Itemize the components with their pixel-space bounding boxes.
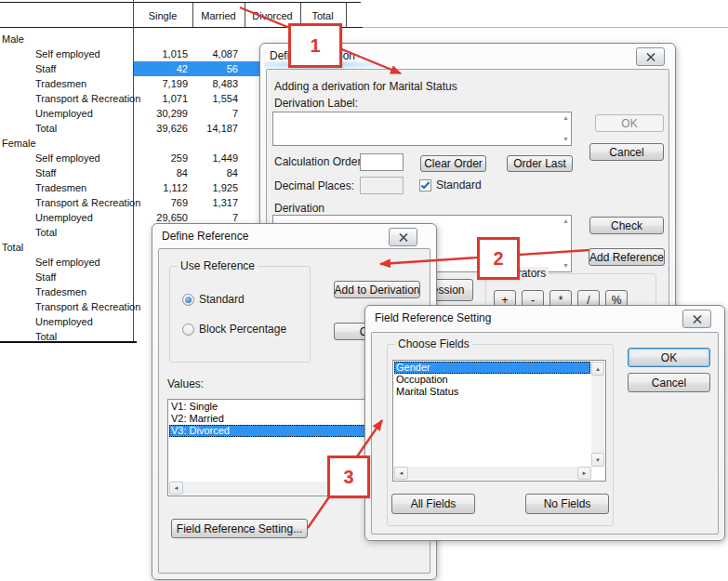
row-label[interactable]: Transport & Recreation — [35, 91, 140, 106]
cell-value[interactable]: 56 — [191, 61, 238, 76]
row-label[interactable]: Male — [2, 32, 24, 46]
row-label[interactable]: Female — [2, 136, 36, 151]
row-label[interactable]: Transport & Recreation — [35, 195, 140, 210]
derivation-label-input[interactable]: ▲ ▼ — [272, 112, 572, 146]
scroll-down-icon[interactable]: ▼ — [563, 262, 569, 270]
use-reference-group-label: Use Reference — [178, 259, 258, 272]
define-reference-titlebar[interactable]: Define Reference — [152, 224, 436, 249]
vertical-scrollbar[interactable]: ▲ ▼ — [591, 362, 604, 467]
cell-value[interactable]: 1,015 — [131, 46, 188, 61]
cell-value[interactable]: 30,299 — [131, 106, 188, 121]
header-column-divider — [192, 3, 193, 27]
cell-value[interactable]: 1,449 — [191, 151, 238, 165]
row-label[interactable]: Self employed — [35, 46, 100, 61]
cell-value[interactable]: 769 — [131, 195, 188, 210]
cell-value[interactable]: 259 — [131, 151, 188, 165]
cell-value[interactable]: 7 — [191, 106, 238, 121]
fields-list-item[interactable]: Marital Status — [394, 386, 590, 398]
row-label[interactable]: Total — [35, 121, 57, 136]
fields-list-item[interactable]: Gender — [394, 362, 590, 374]
cell-value[interactable]: 8,483 — [191, 76, 238, 91]
column-header-married[interactable]: Married — [189, 7, 248, 25]
cancel-button[interactable]: Cancel — [628, 373, 710, 392]
choose-fields-group-label: Choose Fields — [395, 337, 472, 350]
row-label[interactable]: Transport & Recreation — [35, 299, 140, 314]
choose-fields-group: Choose Fields ▲ ▼ ◄ ► GenderOccupationMa… — [387, 344, 614, 526]
calculation-order-input[interactable] — [360, 153, 404, 171]
callout-1: 1 — [288, 23, 342, 68]
standard-checkbox-label[interactable]: Standard — [436, 178, 482, 191]
row-label[interactable]: Tradesmen — [35, 76, 86, 91]
row-label[interactable]: Tradesmen — [35, 180, 86, 195]
ok-button[interactable]: OK — [595, 114, 664, 132]
fields-list[interactable]: ▲ ▼ ◄ ► GenderOccupationMarital Status — [392, 360, 606, 482]
row-label[interactable]: Total — [35, 225, 57, 240]
scroll-left-icon[interactable]: ◄ — [394, 467, 408, 480]
cancel-button[interactable]: Cancel — [589, 143, 664, 161]
order-last-button[interactable]: Order Last — [507, 155, 573, 172]
column-header-single[interactable]: Single — [133, 7, 192, 25]
decimal-places-input[interactable] — [360, 177, 404, 194]
row-label[interactable]: Unemployed — [35, 210, 93, 225]
all-fields-button[interactable]: All Fields — [391, 494, 475, 514]
table-top-border — [0, 2, 361, 3]
header-column-divider — [245, 3, 245, 27]
cell-value[interactable]: 42 — [131, 61, 188, 76]
scroll-up-icon[interactable]: ▲ — [591, 362, 604, 376]
row-label[interactable]: Unemployed — [35, 106, 93, 121]
close-button[interactable] — [389, 228, 417, 246]
scroll-right-icon[interactable]: ► — [577, 467, 591, 480]
cell-value[interactable]: 7,199 — [131, 76, 188, 91]
add-reference-button[interactable]: Add Reference — [589, 248, 665, 266]
dialog-title: Field Reference Setting — [375, 311, 491, 324]
header-column-divider — [346, 3, 347, 27]
scroll-down-icon[interactable]: ▼ — [563, 136, 569, 143]
close-icon — [646, 53, 655, 61]
scroll-up-icon[interactable]: ▲ — [563, 218, 569, 225]
standard-radio-label[interactable]: Standard — [199, 293, 245, 306]
row-label[interactable]: Self employed — [35, 151, 100, 165]
row-label[interactable]: Self employed — [35, 255, 100, 270]
block-percentage-radio[interactable] — [182, 324, 194, 336]
row-label[interactable]: Total — [2, 240, 23, 255]
cell-value[interactable]: 39,626 — [131, 121, 188, 136]
no-fields-button[interactable]: No Fields — [525, 494, 609, 514]
field-reference-setting-titlebar[interactable]: Field Reference Setting — [365, 306, 724, 331]
close-button[interactable] — [636, 47, 665, 66]
standard-radio[interactable] — [182, 294, 194, 306]
cell-value[interactable]: 1,317 — [191, 195, 238, 210]
cell-value[interactable]: 4,087 — [191, 46, 238, 61]
ok-button[interactable]: OK — [628, 348, 710, 367]
row-label[interactable]: Staff — [35, 61, 56, 76]
row-label[interactable]: Staff — [35, 165, 56, 180]
fields-list-item[interactable]: Occupation — [394, 374, 590, 386]
cell-value[interactable]: 1,071 — [131, 91, 188, 106]
scroll-down-icon[interactable]: ▼ — [591, 453, 604, 467]
close-button[interactable] — [682, 310, 711, 328]
cell-value[interactable]: 1,925 — [191, 180, 238, 195]
use-reference-group: Use Reference Standard Block Percentage — [169, 266, 311, 363]
row-label[interactable]: Total — [35, 329, 57, 344]
clear-order-button[interactable]: Clear Order — [420, 155, 486, 172]
calculation-order-label: Calculation Order: — [274, 155, 364, 168]
field-reference-setting-button[interactable]: Field Reference Setting... — [171, 519, 308, 538]
standard-checkbox[interactable] — [419, 179, 431, 191]
decimal-places-label: Decimal Places: — [274, 179, 354, 192]
scroll-up-icon[interactable]: ▲ — [563, 114, 569, 122]
row-label[interactable]: Tradesmen — [35, 284, 86, 299]
dialog-title: Define Reference — [162, 230, 248, 243]
block-percentage-radio-label[interactable]: Block Percentage — [199, 323, 286, 336]
row-label[interactable]: Staff — [35, 270, 56, 284]
check-button[interactable]: Check — [589, 217, 664, 234]
cell-value[interactable]: 1,112 — [131, 180, 188, 195]
column-header-total[interactable]: Total — [293, 7, 352, 25]
row-label[interactable]: Unemployed — [35, 314, 93, 329]
cell-value[interactable]: 84 — [191, 165, 238, 180]
cell-value[interactable]: 84 — [131, 165, 188, 180]
close-icon — [399, 233, 408, 242]
cell-value[interactable]: 14,187 — [191, 121, 238, 136]
cell-value[interactable]: 1,554 — [191, 91, 238, 106]
add-to-derivation-button[interactable]: Add to Derivation — [334, 281, 420, 298]
scroll-left-icon[interactable]: ◄ — [169, 482, 183, 495]
horizontal-scrollbar[interactable]: ◄ ► — [394, 467, 591, 480]
